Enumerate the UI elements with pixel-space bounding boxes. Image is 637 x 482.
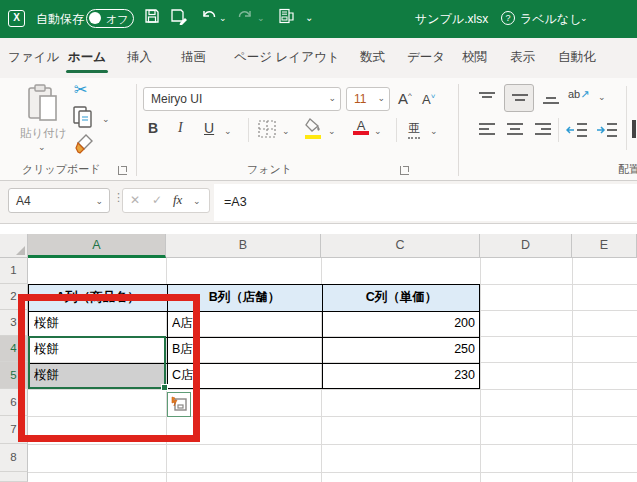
insert-function-icon[interactable]: fx (173, 192, 182, 208)
column-header-E[interactable]: E (572, 234, 637, 258)
orientation-dropdown-icon[interactable]: ⌄ (598, 92, 606, 102)
orientation-ab: ab (568, 88, 580, 100)
redo-icon (238, 8, 254, 24)
font-color-button[interactable]: A (352, 118, 370, 133)
excel-logo-icon: X (8, 10, 25, 27)
undo-icon[interactable] (200, 8, 216, 24)
cell-C2[interactable]: C列（単価） (322, 285, 481, 311)
align-middle-selected-box[interactable] (504, 84, 534, 112)
fill-color-bar (305, 135, 321, 139)
tab-automate[interactable]: 自動化 (558, 49, 596, 66)
copy-dropdown-icon[interactable]: ⌄ (102, 114, 110, 124)
font-name-combo[interactable]: Meiryo UI ⌄ (143, 87, 341, 111)
formula-text: =A3 (224, 195, 247, 209)
font-name-dropdown-icon: ⌄ (328, 93, 336, 103)
paste-button[interactable]: 貼り付け ⌄ (18, 82, 70, 154)
name-box[interactable]: A4 ⌄ (8, 188, 110, 213)
borders-icon[interactable] (258, 120, 276, 138)
wrap-text-icon-partial[interactable] (632, 120, 636, 138)
column-header-C[interactable]: C (321, 234, 480, 258)
select-all-corner[interactable] (0, 234, 28, 258)
row-header-1[interactable]: 1 (0, 258, 28, 284)
redo-dropdown-icon: ⌄ (257, 13, 265, 23)
tab-draw[interactable]: 描画 (181, 49, 206, 66)
tab-data[interactable]: データ (407, 49, 445, 66)
align-top-icon[interactable] (478, 91, 496, 105)
orientation-button[interactable]: ab↗ (568, 88, 589, 101)
save-as-icon[interactable] (170, 8, 188, 25)
excel-logo-letter: X (13, 12, 20, 23)
corner-triangle-icon (16, 246, 25, 255)
align-right-icon[interactable] (534, 122, 552, 138)
fill-color-dropdown-icon[interactable]: ⌄ (328, 126, 336, 136)
align-left-icon[interactable] (478, 122, 496, 138)
undo-dropdown-icon[interactable]: ⌄ (219, 13, 227, 23)
print-preview-icon[interactable] (278, 8, 295, 25)
italic-button[interactable]: I (178, 120, 183, 136)
increase-indent-icon[interactable] (596, 122, 618, 138)
font-dialog-launcher-icon[interactable] (400, 166, 409, 175)
sensitivity-glyph: ? (505, 13, 510, 23)
formula-buttons: ✕ ✓ fx ⌄ (122, 188, 210, 213)
font-size-dropdown-icon: ⌄ (377, 93, 385, 103)
tab-insert[interactable]: 挿入 (127, 49, 152, 66)
enter-icon: ✓ (152, 193, 162, 207)
font-color-dropdown-icon[interactable]: ⌄ (374, 126, 382, 136)
cell-C5[interactable]: 230 (322, 363, 475, 389)
align-center-icon[interactable] (506, 122, 524, 138)
cell-C4[interactable]: 250 (322, 337, 475, 363)
copy-icon[interactable] (72, 105, 94, 129)
font-size-combo[interactable]: 11 ⌄ (346, 87, 390, 111)
grow-font-letter: A (398, 90, 408, 107)
cell-C3[interactable]: 200 (322, 311, 475, 337)
bold-button[interactable]: B (148, 120, 158, 136)
separator (626, 86, 627, 150)
underline-button[interactable]: U (204, 120, 214, 136)
row-header-8[interactable]: 8 (0, 444, 28, 472)
tab-file[interactable]: ファイル (8, 49, 59, 66)
tab-formulas[interactable]: 数式 (360, 49, 385, 66)
fill-color-button[interactable] (304, 118, 322, 135)
gridline (28, 444, 637, 445)
qat-customize-icon[interactable]: ⌄ (305, 12, 313, 23)
separator (248, 118, 249, 142)
annotation-red-rectangle (18, 294, 200, 442)
underline-dropdown-icon[interactable]: ⌄ (224, 126, 232, 136)
cut-icon[interactable]: ✂ (74, 80, 87, 99)
font-name-value: Meiryo UI (151, 92, 202, 106)
column-header-A[interactable]: A (28, 234, 166, 258)
autosave-toggle[interactable]: オフ (86, 9, 134, 28)
fx-dropdown-icon[interactable]: ⌄ (193, 196, 201, 206)
formula-bar: A4 ⌄ ⋮ ✕ ✓ fx ⌄ =A3 (0, 181, 637, 224)
font-size-value: 11 (354, 92, 366, 106)
row-header-9-partial (0, 472, 28, 482)
align-bottom-icon[interactable] (542, 91, 560, 105)
font-group-label: フォント (247, 162, 292, 177)
format-painter-icon[interactable] (72, 133, 96, 155)
clipboard-group-label: クリップボード (22, 162, 101, 177)
name-box-value: A4 (16, 194, 31, 208)
phonetic-guide-button[interactable]: 亜 (408, 120, 420, 139)
shrink-font-button[interactable]: A˅ (422, 92, 435, 107)
tab-review[interactable]: 校閲 (462, 49, 487, 66)
sensitivity-dropdown-icon[interactable]: ⌄ (580, 13, 588, 23)
sensitivity-label[interactable]: ラベルなし (520, 11, 581, 28)
ribbon-tab-row: ファイル ホーム 挿入 描画 ページ レイアウト 数式 データ 校閲 表示 自動… (0, 38, 637, 78)
sheet-grid: A B C D E 1 2 3 4 5 6 7 8 (0, 225, 637, 482)
grow-font-button[interactable]: A^ (398, 90, 412, 107)
decrease-indent-icon[interactable] (566, 122, 588, 138)
save-icon[interactable] (144, 8, 160, 24)
column-header-D[interactable]: D (480, 234, 572, 258)
toggle-knob-icon (89, 12, 101, 24)
tab-page-layout[interactable]: ページ レイアウト (234, 49, 340, 66)
tab-view[interactable]: 表示 (510, 49, 535, 66)
formula-input[interactable]: =A3 (214, 184, 637, 221)
phonetic-dropdown-icon[interactable]: ⌄ (430, 126, 438, 136)
paste-label: 貼り付け (20, 126, 67, 141)
column-header-B[interactable]: B (166, 234, 321, 258)
fill-bucket-icon (305, 118, 321, 132)
clipboard-dialog-launcher-icon[interactable] (118, 166, 127, 175)
tab-home[interactable]: ホーム (68, 49, 106, 66)
title-bar: X 自動保存 オフ ⌄ ⌄ ⌄ サンプル.xlsx ? ラベルなし ⌄ (0, 0, 637, 38)
borders-dropdown-icon[interactable]: ⌄ (282, 126, 290, 136)
